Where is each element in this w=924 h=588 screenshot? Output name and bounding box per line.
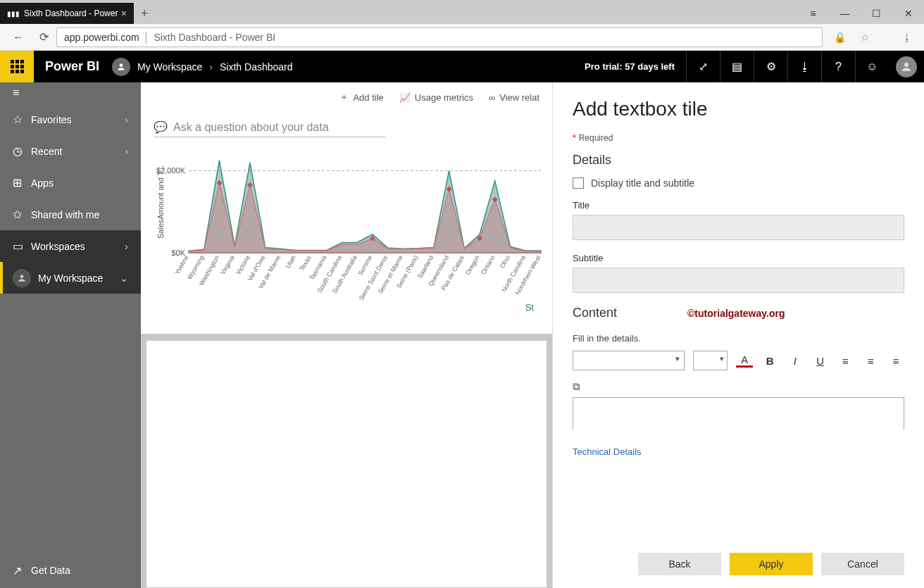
nav-recent[interactable]: ◷ Recent › xyxy=(0,135,141,167)
chart-footer-link[interactable]: St xyxy=(154,302,539,313)
blank-tile xyxy=(146,341,547,587)
url-input[interactable]: app.powerbi.com │ Sixth Dashboard - Powe… xyxy=(56,27,823,47)
usage-metrics-button[interactable]: 📈 Usage metrics xyxy=(399,92,473,103)
content-editor[interactable] xyxy=(573,397,904,430)
svg-point-1 xyxy=(904,63,909,67)
nav-apps[interactable]: ⊞ Apps xyxy=(0,167,141,199)
title-input[interactable] xyxy=(573,215,904,240)
content-heading: Content xyxy=(573,306,617,320)
italic-button[interactable]: I xyxy=(787,352,804,369)
comments-icon[interactable]: ▤ xyxy=(720,51,754,82)
chevron-right-icon: › xyxy=(125,114,128,125)
chevron-right-icon: › xyxy=(125,241,128,252)
star-icon: ☆ xyxy=(13,113,31,126)
workspace-avatar-icon xyxy=(13,269,31,287)
plus-icon: ＋ xyxy=(339,91,349,104)
dashboard-toolbar: ＋ Add tile 📈 Usage metrics ∞ View relat xyxy=(141,82,552,112)
breadcrumb-page[interactable]: Sixth Dashboard xyxy=(220,61,293,73)
apply-button[interactable]: Apply xyxy=(730,553,813,575)
help-icon[interactable]: ? xyxy=(821,51,855,82)
qa-input[interactable]: 💬 Ask a question about your data xyxy=(154,118,386,137)
svg-point-2 xyxy=(20,275,24,278)
svg-text:Oregon: Oregon xyxy=(464,254,481,276)
checkbox[interactable] xyxy=(573,177,584,189)
refresh-button[interactable]: ⟳ xyxy=(31,27,56,48)
font-family-select[interactable] xyxy=(573,351,685,370)
svg-text:Utah: Utah xyxy=(285,254,297,269)
app-launcher-icon[interactable] xyxy=(0,51,34,82)
back-button[interactable]: ← xyxy=(6,27,31,48)
back-button[interactable]: Back xyxy=(638,553,721,575)
chevron-right-icon: › xyxy=(209,61,213,73)
required-note: *Required xyxy=(573,133,904,143)
chevron-right-icon: › xyxy=(125,146,128,157)
svg-text:Ohio: Ohio xyxy=(499,254,511,269)
subtitle-label: Subtitle xyxy=(573,253,904,263)
font-color-button[interactable]: A xyxy=(736,354,753,368)
svg-text:SalesAmount and T...: SalesAmount and T... xyxy=(156,165,165,239)
text-format-toolbar: A B I U ≡ ≡ ≡ xyxy=(573,351,904,370)
chart-icon: 📈 xyxy=(399,92,411,103)
user-avatar[interactable] xyxy=(896,56,917,77)
font-size-select[interactable] xyxy=(693,351,728,370)
add-textbox-panel: Add textbox tile *Required Details Displ… xyxy=(552,82,924,588)
nav-my-workspace[interactable]: My Workspace ⌄ xyxy=(0,262,141,294)
close-tab-icon[interactable]: × xyxy=(121,8,127,19)
tab-title: Sixth Dashboard - Power xyxy=(24,8,118,18)
nav-shared[interactable]: ✩ Shared with me xyxy=(0,199,141,230)
display-title-checkbox-row[interactable]: Display title and subtitle xyxy=(573,177,904,189)
url-domain: app.powerbi.com xyxy=(64,32,139,43)
maximize-icon[interactable]: ☐ xyxy=(861,3,892,24)
svg-text:Victoria: Victoria xyxy=(235,254,251,276)
chart-tile[interactable]: SalesAmount and T...$2,000K$0KYvelineWyo… xyxy=(141,144,552,334)
trial-status: Pro trial: 57 days left xyxy=(573,61,686,72)
cancel-button[interactable]: Cancel xyxy=(821,553,904,575)
view-related-button[interactable]: ∞ View relat xyxy=(489,92,539,103)
download-icon[interactable]: ⭳ xyxy=(896,27,918,47)
nav-get-data[interactable]: ↗ Get Data xyxy=(0,553,141,588)
security-lock-icon[interactable]: 🔒 xyxy=(828,27,851,47)
feedback-smile-icon[interactable]: ☺ xyxy=(855,51,889,82)
url-page-title: Sixth Dashboard - Power BI xyxy=(154,32,275,43)
dashboard-canvas: ＋ Add tile 📈 Usage metrics ∞ View relat … xyxy=(141,82,552,588)
browser-menu-icon[interactable]: ≡ xyxy=(797,3,829,24)
clock-icon: ◷ xyxy=(13,144,31,158)
technical-details-link[interactable]: Technical Details xyxy=(573,446,904,457)
favorite-star-icon[interactable]: ☆ xyxy=(854,27,876,47)
svg-text:Yveline: Yveline xyxy=(174,254,190,275)
settings-gear-icon[interactable]: ⚙ xyxy=(754,51,787,82)
tab-favicon: ▮▮▮ xyxy=(7,10,20,18)
subtitle-input[interactable] xyxy=(573,268,904,293)
fullscreen-icon[interactable]: ⤢ xyxy=(686,51,720,82)
underline-button[interactable]: U xyxy=(812,352,829,369)
nav-workspaces[interactable]: ▭ Workspaces › xyxy=(0,230,141,262)
minimize-icon[interactable]: — xyxy=(829,3,861,24)
details-heading: Details xyxy=(573,153,904,168)
browser-tab[interactable]: ▮▮▮ Sixth Dashboard - Power × xyxy=(0,3,134,24)
svg-text:$2,000K: $2,000K xyxy=(156,166,186,175)
powerbi-header: Power BI My Workspace › Sixth Dashboard … xyxy=(0,51,924,82)
new-tab-button[interactable]: + xyxy=(134,3,155,24)
panel-title: Add textbox tile xyxy=(573,98,904,120)
align-left-button[interactable]: ≡ xyxy=(837,352,854,369)
bold-button[interactable]: B xyxy=(761,352,778,369)
download-icon[interactable]: ⭳ xyxy=(787,51,821,82)
nav-hamburger-icon[interactable]: ≡ xyxy=(0,82,141,104)
link-icon: ∞ xyxy=(489,92,495,103)
browser-tab-strip: ▮▮▮ Sixth Dashboard - Power × + ≡ — ☐ ✕ xyxy=(0,0,924,24)
svg-text:Ontario: Ontario xyxy=(480,254,496,276)
breadcrumb-workspace[interactable]: My Workspace xyxy=(137,61,202,73)
close-window-icon[interactable]: ✕ xyxy=(892,3,924,24)
brand-label: Power BI xyxy=(45,59,99,74)
nav-favorites[interactable]: ☆ Favorites › xyxy=(0,104,141,135)
align-right-button[interactable]: ≡ xyxy=(887,352,904,369)
insert-link-button[interactable]: ⧉ xyxy=(573,380,904,393)
svg-text:Texas: Texas xyxy=(298,254,313,273)
get-data-icon: ↗ xyxy=(13,564,31,577)
svg-point-0 xyxy=(120,63,123,67)
breadcrumb: My Workspace › Sixth Dashboard xyxy=(112,58,293,76)
align-center-button[interactable]: ≡ xyxy=(862,352,879,369)
address-bar: ← ⟳ app.powerbi.com │ Sixth Dashboard - … xyxy=(0,24,924,51)
chat-icon: 💬 xyxy=(154,120,168,134)
add-tile-button[interactable]: ＋ Add tile xyxy=(339,91,383,104)
